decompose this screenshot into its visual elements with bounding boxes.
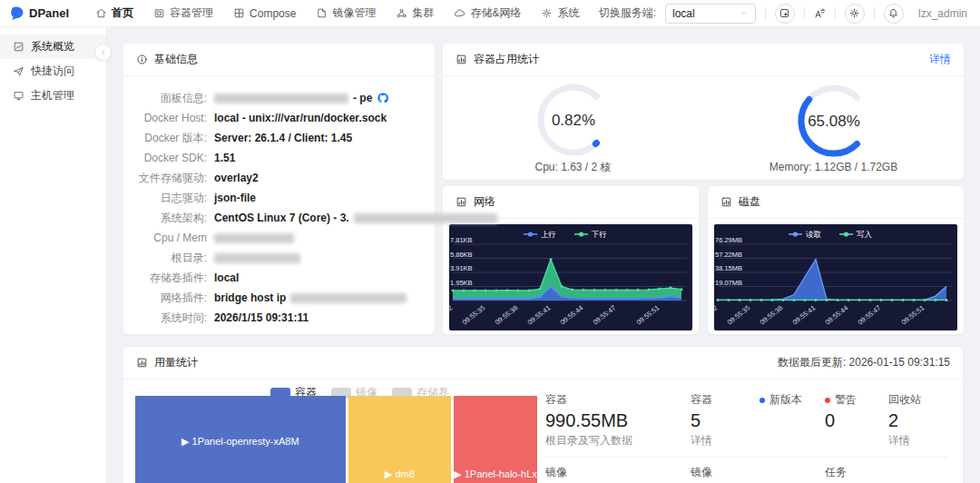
stat-label: 警告	[835, 392, 857, 408]
nav-item-compose[interactable]: Compose	[223, 0, 306, 27]
info-value: 2026/1/15 09:31:11	[214, 311, 309, 324]
info-value: local	[214, 271, 239, 284]
basic-info-title: 基础信息	[154, 52, 198, 67]
sidebar: 系统概览快捷访问主机管理	[0, 27, 107, 483]
network-title: 网络	[474, 194, 495, 210]
nav-item-1[interactable]: 容器管理	[143, 0, 223, 27]
settings-button[interactable]	[845, 4, 865, 24]
stat-detail-link[interactable]: 详情	[691, 433, 754, 448]
home-icon	[95, 7, 107, 19]
github-icon[interactable]	[377, 92, 389, 104]
sidebar-item-1[interactable]: 快捷访问	[0, 59, 106, 84]
bar-chart-icon	[720, 196, 732, 208]
info-value: bridge host ip	[214, 291, 407, 304]
info-label: 日志驱动:	[129, 191, 207, 206]
cluster-icon	[396, 7, 407, 19]
stat-value: 990.55MB	[545, 410, 685, 430]
server-select[interactable]: local	[665, 4, 756, 24]
info-label: 根目录:	[129, 251, 207, 266]
sidebar-item-label: 快捷访问	[31, 64, 74, 79]
stat-detail-link[interactable]: 详情	[888, 433, 943, 448]
nav-item-label: Compose	[250, 7, 296, 20]
info-row: 日志驱动:json-file	[129, 188, 420, 208]
compose-icon	[233, 7, 245, 19]
treemap-block[interactable]: ▶ dm8	[348, 396, 452, 483]
info-value: - pe	[214, 92, 389, 104]
info-row: 根目录:	[129, 248, 420, 268]
info-row: 面板信息:- pe	[129, 88, 420, 108]
svg-text:09:55:38: 09:55:38	[494, 303, 520, 326]
basic-info-card: 基础信息 面板信息:- peDocker Host:local - unix:/…	[122, 43, 436, 335]
translate-icon[interactable]	[814, 7, 826, 19]
status-dot	[825, 398, 830, 403]
divider	[874, 7, 875, 20]
info-row: Docker SDK:1.51	[129, 148, 420, 168]
info-row: 系统架构:CentOS Linux 7 (Core) - 3.	[129, 208, 420, 228]
stat-label: 回收站	[888, 392, 921, 408]
disk-title: 磁盘	[739, 194, 760, 210]
dpanel-logo-icon	[9, 5, 25, 22]
network-chart: 1.95KB3.91KB5.86KB7.81KB09:55:3209:55:35…	[449, 224, 692, 330]
stat-任务: 任务0	[825, 465, 888, 483]
divider	[545, 457, 948, 458]
divider	[835, 7, 836, 20]
chevron-left-icon	[99, 48, 108, 57]
info-row: 文件存储驱动:overlay2	[129, 168, 420, 188]
svg-text:09:55:38: 09:55:38	[759, 303, 785, 326]
nav-item-3[interactable]: 镜像管理	[306, 0, 386, 27]
treemap-block[interactable]: ▶ 1Panel-openresty-xA8M	[135, 396, 346, 483]
network-card: 网络 1.95KB3.91KB5.86KB7.81KB09:55:3209:55…	[442, 185, 700, 335]
info-label: 网络插件:	[129, 291, 207, 306]
usage-stats-card: 用量统计 数据最后更新: 2026-01-15 09:31:15 容器镜像存储卷…	[122, 346, 964, 483]
container-usage-card: 容器占用统计 详情 0.82%Cpu: 1.63 / 2 核65.08%Memo…	[442, 43, 965, 181]
server-select-value: local	[672, 7, 695, 20]
mem-gauge: 65.08%Memory: 1.12GB / 1.72GB	[703, 83, 964, 173]
sidebar-collapse-button[interactable]	[94, 44, 112, 61]
notifications-button[interactable]	[884, 4, 904, 24]
content-area: 基础信息 面板信息:- peDocker Host:local - unix:/…	[107, 27, 980, 483]
nav-item-4[interactable]: 集群	[386, 0, 444, 27]
stat-容器: 容器990.55MB根目录及写入数据	[545, 392, 691, 448]
svg-text:3.91KB: 3.91KB	[450, 264, 473, 272]
treemap-block[interactable]: ▶ 1Panel-halo-hLxS	[454, 396, 537, 483]
stat-label: 镜像	[545, 465, 567, 480]
divider	[804, 7, 805, 20]
usage-stats-title: 用量统计	[154, 355, 198, 370]
svg-text:下行: 下行	[591, 230, 607, 239]
info-label: 面板信息:	[129, 91, 207, 106]
sidebar-item-label: 系统概览	[31, 39, 74, 54]
gauge-label: Cpu: 1.63 / 2 核	[534, 160, 611, 175]
cpu-gauge: 0.82%Cpu: 1.63 / 2 核	[443, 82, 703, 175]
info-value: CentOS Linux 7 (Core) - 3.	[214, 212, 497, 224]
nav-item-0[interactable]: 首页	[85, 0, 143, 27]
container-usage-detail-link[interactable]: 详情	[929, 52, 951, 67]
svg-text:09:55:41: 09:55:41	[526, 303, 553, 326]
widget-button[interactable]	[775, 4, 795, 24]
stat-新版本: 新版本	[760, 392, 825, 448]
usage-treemap: ▶ 1Panel-openresty-xA8M▶ dm8▶ 1Panel-hal…	[135, 396, 537, 483]
nav-item-label: 系统	[557, 5, 579, 21]
nav-item-label: 存储&网络	[470, 5, 521, 21]
info-label: Docker 版本:	[129, 131, 207, 146]
stat-容器: 容器5详情	[691, 392, 760, 448]
svg-text:09:55:47: 09:55:47	[857, 303, 883, 326]
sidebar-item-label: 主机管理	[31, 88, 74, 104]
stat-镜像: 镜像3	[691, 465, 760, 483]
svg-text:38.15MB: 38.15MB	[715, 264, 742, 272]
stat-sub-label: 根目录及写入数据	[545, 433, 685, 448]
info-value: json-file	[214, 192, 256, 204]
username[interactable]: lzx_admin	[918, 7, 967, 20]
treemap-label: ▶ dm8	[348, 468, 452, 480]
storage-network-icon	[454, 7, 466, 19]
host-monitor-icon	[13, 90, 24, 102]
nav-item-label: 集群	[412, 5, 434, 21]
gauge-percent: 65.08%	[808, 113, 860, 130]
sidebar-item-0[interactable]: 系统概览	[0, 34, 106, 59]
nav-item-label: 首页	[112, 5, 133, 21]
svg-text:1.95KB: 1.95KB	[450, 279, 473, 287]
nav-item-6[interactable]: 系统	[531, 0, 589, 27]
sidebar-item-2[interactable]: 主机管理	[0, 84, 106, 108]
nav-item-5[interactable]: 存储&网络	[444, 0, 531, 27]
info-label: Docker Host:	[129, 112, 207, 124]
info-label: Cpu / Mem	[129, 232, 207, 244]
